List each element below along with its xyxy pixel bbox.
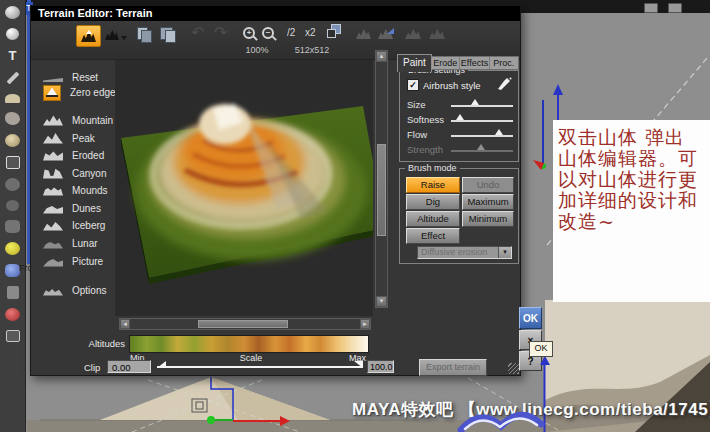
tab-proc[interactable]: Proc. [490, 57, 518, 69]
altitude-button[interactable]: Altitude [406, 211, 460, 227]
h-scroll-thumb[interactable] [198, 320, 288, 328]
paste-icon[interactable] [160, 27, 178, 43]
eroded-icon [43, 150, 63, 161]
v-scroll-thumb[interactable] [377, 144, 386, 236]
tool-options[interactable]: Options [43, 283, 106, 297]
zoom-in-icon[interactable]: + [243, 27, 255, 39]
tool-zero-edges[interactable]: Zero edges [43, 84, 121, 101]
metaball-tool-icon[interactable] [5, 178, 20, 191]
tool-mounds[interactable]: Mounds [43, 183, 108, 197]
terrain-tool-icon[interactable] [5, 94, 20, 103]
size-slider-thumb[interactable] [471, 99, 479, 105]
ok-button[interactable]: OK [519, 307, 542, 329]
tool-picture[interactable]: Picture [43, 254, 103, 268]
link-tool-icon[interactable] [5, 220, 20, 233]
ball-tool-icon[interactable] [6, 28, 19, 40]
ecosystem-tool-icon[interactable] [5, 264, 20, 277]
panel-icon[interactable] [644, 3, 658, 13]
copy-icon[interactable] [137, 27, 155, 43]
resize-grip[interactable] [508, 363, 519, 374]
shell-tool-icon[interactable] [5, 134, 20, 147]
dialog-toolbar: ↶ ↷ + − 100% /2 x2 512x512 [31, 21, 520, 60]
double-size-button[interactable]: x2 [305, 27, 316, 38]
effect-button[interactable]: Effect [406, 228, 460, 244]
zoom-out-icon[interactable]: − [262, 27, 274, 39]
flow-slider[interactable]: Flow [407, 129, 512, 141]
rock-tool-icon[interactable] [5, 112, 20, 125]
size-slider[interactable]: Size [407, 99, 512, 111]
effect-dropdown: Diffusive erosion ▼ [417, 246, 512, 259]
terrain-brush-button[interactable] [76, 25, 101, 47]
minimum-button[interactable]: Minimum [462, 211, 514, 227]
noise-mountain-icon[interactable] [429, 28, 445, 39]
raise-button[interactable]: Raise [406, 177, 460, 193]
export-tool-icon[interactable] [6, 330, 20, 342]
iceberg-icon [43, 220, 63, 231]
sphere-tool-icon[interactable] [5, 6, 20, 19]
scroll-left-icon[interactable]: ◄ [120, 319, 130, 329]
export-terrain-button: Export terrain [419, 359, 487, 376]
undo-button: Undo [462, 177, 514, 193]
cube-tool-icon[interactable] [6, 156, 20, 169]
tool-reset[interactable]: Reset [43, 70, 98, 84]
dig-button[interactable]: Dig [406, 194, 460, 210]
tool-peak[interactable]: Peak [43, 131, 95, 145]
brush-mode-title: Brush mode [405, 163, 460, 173]
peak-icon [43, 133, 63, 144]
cylinder-tool-icon[interactable] [7, 286, 19, 299]
terrain-preview-canvas[interactable] [115, 60, 373, 316]
tool-canyon[interactable]: Canyon [43, 166, 106, 180]
mountain-icon [43, 115, 63, 126]
tab-erode[interactable]: Erode [431, 57, 460, 69]
airbrush-checkbox[interactable]: ✓ [407, 79, 419, 91]
canyon-icon [43, 168, 63, 179]
airbrush-label: Airbrush style [423, 80, 481, 91]
airbrush-icon [496, 77, 512, 91]
scroll-right-icon[interactable]: ► [360, 319, 370, 329]
tab-strip: Erode Effects Proc. [430, 56, 519, 70]
text-tool-icon[interactable]: T [5, 49, 20, 62]
clip-slider-left-thumb[interactable] [157, 361, 166, 368]
scroll-up-icon[interactable]: ▲ [376, 51, 387, 62]
annotation-text: 双击山体 弹出 山体编辑器。可 以对山体进行更 加详细的设计和 改造~ [553, 120, 710, 232]
tool-dunes[interactable]: Dunes [43, 201, 101, 215]
clip-label: Clip [84, 362, 100, 373]
light-tool-icon[interactable] [5, 242, 20, 255]
tool-lunar[interactable]: Lunar [43, 236, 98, 250]
smooth-mountain-icon[interactable] [405, 28, 421, 39]
dialog-title[interactable]: Terrain Editor: Terrain [31, 6, 520, 21]
terrain-type-dropdown-icon[interactable] [104, 26, 128, 44]
maximum-button[interactable]: Maximum [462, 194, 514, 210]
altitude-gradient-bar[interactable] [129, 335, 369, 353]
flow-slider-thumb[interactable] [495, 129, 503, 135]
undo-icon[interactable]: ↶ [191, 23, 204, 42]
redo-icon[interactable]: ↷ [214, 23, 227, 42]
clip-slider[interactable] [157, 366, 363, 368]
clip-slider-right-thumb[interactable] [354, 361, 363, 368]
strength-slider: Strength [407, 144, 512, 156]
resize-icon[interactable] [327, 24, 341, 38]
clip-mountain-icon[interactable] [356, 28, 371, 39]
group-tool-icon[interactable] [6, 200, 19, 211]
softness-slider-thumb[interactable] [456, 114, 464, 120]
airbrush-style-row[interactable]: ✓ Airbrush style [407, 79, 512, 91]
half-size-button[interactable]: /2 [287, 27, 295, 38]
softness-slider[interactable]: Softness [407, 114, 512, 126]
preview-vertical-scrollbar[interactable]: ▲ ▼ [375, 50, 388, 308]
scroll-down-icon[interactable]: ▼ [376, 296, 387, 307]
layout-icon[interactable] [668, 3, 682, 13]
tool-mountain[interactable]: Mountain [43, 113, 113, 127]
clip-high-input[interactable]: 100.0 [367, 360, 394, 373]
render-tool-icon[interactable] [5, 308, 20, 321]
tab-effects[interactable]: Effects [460, 57, 489, 69]
screen: T To Fro 双击山体 弹出 山体编辑器。可 以对山体进行更 加详细的设计和… [0, 0, 710, 432]
chevron-down-icon[interactable]: ▼ [498, 247, 511, 258]
preview-horizontal-scrollbar[interactable]: ◄ ► [119, 318, 371, 330]
tab-paint[interactable]: Paint [397, 54, 432, 72]
zoom-level: 100% [235, 45, 279, 55]
tool-iceberg[interactable]: Iceberg [43, 218, 105, 232]
app-left-toolbar: T [0, 0, 26, 432]
tool-eroded[interactable]: Eroded [43, 148, 104, 162]
pen-tool-icon[interactable] [6, 72, 19, 85]
clip-low-input[interactable]: 0.00 [107, 360, 151, 373]
